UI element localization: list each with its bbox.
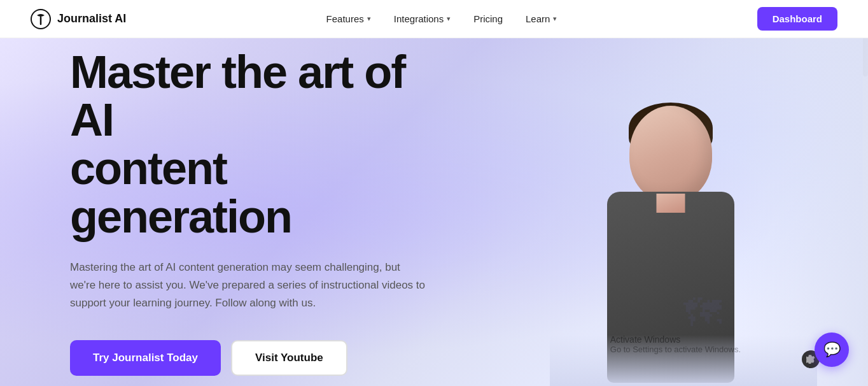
nav-logo[interactable]: Journalist AI — [31, 9, 126, 29]
chat-bubble-button[interactable]: 💬 — [815, 332, 849, 367]
logo-icon — [31, 9, 51, 29]
learn-chevron-icon: ▾ — [553, 15, 557, 23]
activate-windows-subtitle: Go to Settings to activate Windows. — [610, 345, 741, 354]
nav-link-learn[interactable]: Learn ▾ — [526, 13, 557, 24]
settings-icon — [806, 355, 815, 364]
map-watermark: 🗺 — [683, 291, 722, 335]
features-chevron-icon: ▾ — [367, 15, 371, 23]
hero-title: Master the art of AI content generation — [70, 48, 445, 241]
nav-link-pricing[interactable]: Pricing — [473, 13, 503, 24]
person-head — [629, 106, 712, 201]
hero-content: Master the art of AI content generation … — [0, 48, 445, 376]
try-journalist-button[interactable]: Try Journalist Today — [70, 340, 221, 376]
navbar: Journalist AI Features ▾ Integrations ▾ … — [0, 0, 868, 38]
hero-fade-right — [741, 38, 868, 386]
logo-text: Journalist AI — [57, 12, 126, 25]
visit-youtube-button[interactable]: Visit Youtube — [231, 340, 347, 376]
hero-subtitle: Mastering the art of AI content generati… — [70, 259, 426, 312]
activate-windows-title: Activate Windows — [610, 334, 741, 345]
nav-links: Features ▾ Integrations ▾ Pricing Learn … — [326, 13, 557, 24]
nav-link-integrations[interactable]: Integrations ▾ — [394, 13, 451, 24]
hero-section: Master the art of AI content generation … — [0, 38, 868, 386]
chat-icon: 💬 — [823, 341, 841, 358]
hero-buttons: Try Journalist Today Visit Youtube — [70, 340, 445, 376]
person-neck — [657, 194, 685, 213]
activate-windows-watermark: Activate Windows Go to Settings to activ… — [610, 334, 741, 354]
nav-link-features[interactable]: Features ▾ — [326, 13, 371, 24]
integrations-chevron-icon: ▾ — [447, 15, 451, 23]
dashboard-button[interactable]: Dashboard — [757, 7, 837, 31]
